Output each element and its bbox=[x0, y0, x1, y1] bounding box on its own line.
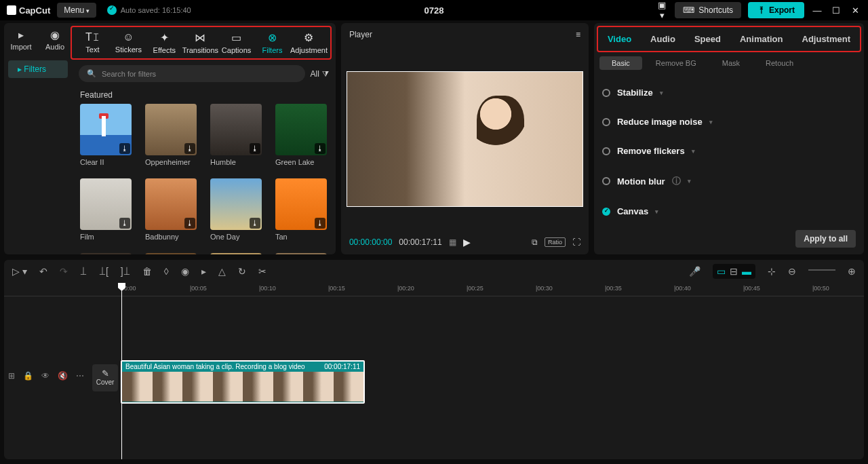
player-canvas[interactable] bbox=[347, 71, 583, 207]
tab-animation[interactable]: Animation bbox=[730, 27, 793, 51]
filter-thumb bbox=[145, 253, 197, 254]
download-icon[interactable]: ⭳ bbox=[250, 218, 260, 229]
filter-item[interactable]: ⭳Badbunny bbox=[145, 178, 197, 241]
redo-button[interactable]: ↷ bbox=[60, 266, 68, 277]
menu-button[interactable]: Menu bbox=[57, 3, 96, 18]
inspector-row[interactable]: Stabilize▾ bbox=[602, 78, 856, 107]
ruler-mark: |00:45 bbox=[743, 285, 760, 292]
preview-button[interactable]: ▬ bbox=[742, 266, 751, 277]
tab-video[interactable]: Video bbox=[598, 27, 641, 51]
sidebar-item-filters[interactable]: ▸ Filters bbox=[8, 60, 68, 78]
pointer-tool[interactable]: ▷ ▾ bbox=[12, 266, 27, 277]
checkbox[interactable] bbox=[602, 147, 610, 155]
shortcuts-button[interactable]: ⌨ Shortcuts bbox=[675, 2, 741, 18]
subtab-basic[interactable]: Basic bbox=[599, 56, 642, 70]
checkbox[interactable] bbox=[602, 208, 610, 216]
record-tool[interactable]: ◉ bbox=[181, 266, 189, 277]
filter-item[interactable]: ⭳Oppenheimer bbox=[145, 104, 197, 166]
download-icon[interactable]: ⭳ bbox=[315, 218, 326, 229]
checkbox[interactable] bbox=[602, 177, 610, 185]
zoom-slider[interactable] bbox=[808, 269, 835, 271]
play-button[interactable]: ▶ bbox=[463, 237, 471, 248]
download-icon[interactable]: ⭳ bbox=[250, 143, 260, 154]
mirror-tool[interactable]: △ bbox=[218, 266, 226, 277]
align-button[interactable]: ⊹ bbox=[768, 266, 776, 277]
filter-item[interactable] bbox=[275, 253, 327, 254]
delete-tool[interactable]: 🗑 bbox=[142, 266, 152, 277]
rotate-tool[interactable]: ↻ bbox=[238, 266, 246, 277]
tab-speed[interactable]: Speed bbox=[685, 27, 730, 51]
timeline-ruler[interactable]: 00:00|00:05|00:10|00:15|00:20|00:25|00:3… bbox=[4, 283, 864, 296]
timeline[interactable]: 00:00|00:05|00:10|00:15|00:20|00:25|00:3… bbox=[4, 283, 864, 459]
info-icon[interactable]: ⓘ bbox=[672, 175, 681, 187]
download-icon[interactable]: ⭳ bbox=[119, 218, 130, 229]
tool-tab-filters[interactable]: ⊗Filters bbox=[254, 28, 290, 57]
filter-item[interactable]: ⭳Clear II bbox=[80, 104, 132, 166]
inspector-row[interactable]: Remove flickers▾ bbox=[602, 136, 856, 166]
download-icon[interactable]: ⭳ bbox=[184, 143, 195, 154]
tool-tab-stickers[interactable]: ☺Stickers bbox=[111, 28, 146, 57]
tab-adjustment[interactable]: Adjustment bbox=[793, 27, 861, 51]
tab-audio[interactable]: Audio bbox=[641, 27, 685, 51]
zoom-out-button[interactable]: ⊖ bbox=[788, 266, 796, 277]
fullscreen-icon[interactable]: ⛶ bbox=[572, 237, 580, 247]
filter-item[interactable]: ⭳One Day bbox=[210, 178, 262, 241]
ratio-button[interactable]: Ratio bbox=[545, 237, 566, 247]
preview-tool[interactable]: ▸ bbox=[201, 266, 206, 277]
tool-tab-captions[interactable]: ▭Captions bbox=[218, 28, 254, 57]
filter-item[interactable]: ⭳Green Lake bbox=[275, 104, 327, 166]
checkbox[interactable] bbox=[602, 89, 610, 97]
subtab-mask[interactable]: Mask bbox=[710, 56, 752, 70]
zoom-in-button[interactable]: ⊕ bbox=[848, 266, 856, 277]
tool-tab-transitions[interactable]: ⋈Transitions bbox=[182, 28, 218, 57]
split-left-tool[interactable]: ⟘[ bbox=[99, 266, 108, 277]
more-icon[interactable]: ⋯ bbox=[76, 371, 84, 381]
link-button[interactable]: ⊟ bbox=[730, 266, 738, 277]
filter-item[interactable]: ⭳Humble bbox=[210, 104, 262, 166]
maximize-button[interactable]: ☐ bbox=[830, 5, 842, 16]
expand-icon[interactable]: ⊞ bbox=[8, 371, 15, 381]
filter-item[interactable] bbox=[210, 253, 262, 254]
undo-button[interactable]: ↶ bbox=[39, 266, 47, 277]
checkbox[interactable] bbox=[602, 118, 610, 126]
filter-item[interactable] bbox=[80, 253, 132, 254]
close-button[interactable]: ✕ bbox=[849, 5, 861, 16]
inspector-row[interactable]: Canvas▾ bbox=[602, 197, 856, 226]
all-filter-button[interactable]: All ⧩ bbox=[311, 69, 329, 79]
lock-icon[interactable]: 🔒 bbox=[23, 371, 33, 381]
eye-icon[interactable]: 👁 bbox=[41, 371, 50, 381]
download-icon[interactable]: ⭳ bbox=[315, 143, 326, 154]
inspector-row[interactable]: Motion blurⓘ▾ bbox=[602, 166, 856, 197]
filter-item[interactable] bbox=[145, 253, 197, 254]
search-input[interactable]: 🔍 Search for filters bbox=[79, 65, 305, 82]
tool-tab-effects[interactable]: ✦Effects bbox=[146, 28, 182, 57]
download-icon[interactable]: ⭳ bbox=[119, 143, 130, 154]
mute-icon[interactable]: 🔇 bbox=[58, 371, 68, 381]
player-menu-icon[interactable]: ≡ bbox=[576, 30, 580, 39]
subtab-removebg[interactable]: Remove BG bbox=[644, 56, 709, 70]
timeline-clip[interactable]: Beautiful Asian woman taking a clip. Rec… bbox=[121, 360, 365, 404]
subtab-retouch[interactable]: Retouch bbox=[753, 56, 806, 70]
crop-tool[interactable]: ✂ bbox=[258, 266, 267, 277]
audio-tab[interactable]: ◉ Audio bbox=[38, 23, 72, 55]
split-right-tool[interactable]: ]⟘ bbox=[121, 266, 130, 277]
split-tool[interactable]: ⟘ bbox=[80, 266, 87, 277]
scan-icon[interactable]: ⧉ bbox=[532, 237, 538, 247]
mic-icon[interactable]: 🎤 bbox=[689, 266, 701, 277]
tool-tab-label: Effects bbox=[153, 46, 176, 54]
apply-all-button[interactable]: Apply to all bbox=[795, 230, 856, 248]
inspector-row[interactable]: Reduce image noise▾ bbox=[602, 107, 856, 136]
minimize-button[interactable]: — bbox=[811, 5, 823, 16]
tool-tab-adjustment[interactable]: ⚙Adjustment bbox=[290, 28, 328, 57]
cover-button[interactable]: ✎ Cover bbox=[92, 364, 118, 391]
filter-item[interactable]: ⭳Tan bbox=[275, 178, 327, 241]
marker-tool[interactable]: ◊ bbox=[164, 266, 169, 277]
filter-item[interactable]: ⭳Film bbox=[80, 178, 132, 241]
export-button[interactable]: ⭱ Export bbox=[748, 2, 804, 18]
import-tab[interactable]: ▸ Import bbox=[4, 23, 38, 55]
download-icon[interactable]: ⭳ bbox=[184, 218, 195, 229]
snap-button[interactable]: ▭ bbox=[717, 266, 726, 277]
tool-tab-text[interactable]: T𝙸Text bbox=[75, 28, 111, 57]
grid-icon[interactable]: ▦ bbox=[449, 237, 456, 247]
layout-icon[interactable]: ▣ ▾ bbox=[656, 0, 668, 20]
